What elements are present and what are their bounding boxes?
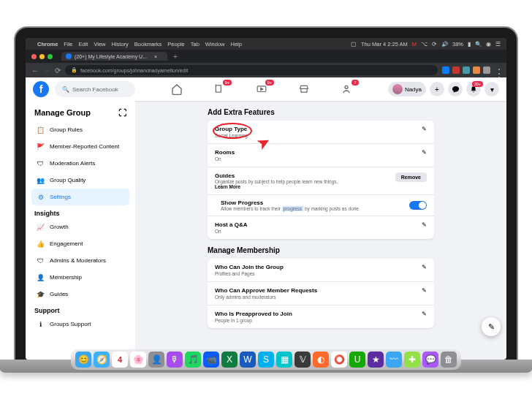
tab-close-icon[interactable]: × — [154, 54, 157, 59]
menu-history[interactable]: History — [112, 41, 129, 48]
menu-bookmarks[interactable]: Bookmarks — [134, 41, 162, 48]
dock-contacts[interactable]: 👤 — [148, 352, 164, 360]
dock-canva[interactable]: ▦ — [276, 352, 292, 360]
sidebar-item-groups-support[interactable]: ℹGroups Support — [31, 316, 129, 332]
toggle-switch[interactable] — [409, 201, 427, 210]
edit-icon[interactable]: ✎ — [422, 221, 427, 228]
sidebar-item-reported[interactable]: 🚩Member-Reported Content — [31, 138, 129, 155]
forward-button[interactable]: → — [43, 66, 50, 75]
dock-chrome[interactable]: ⭕ — [331, 352, 347, 360]
remove-button[interactable]: Remove — [395, 172, 427, 182]
dock-wave[interactable]: 〰 — [386, 352, 402, 360]
nav-marketplace[interactable] — [294, 80, 314, 98]
extension-icon[interactable] — [483, 66, 490, 74]
menu-people[interactable]: People — [167, 41, 184, 48]
menu-view[interactable]: View — [94, 41, 105, 48]
close-window[interactable] — [31, 54, 37, 59]
gmail-icon[interactable]: M — [412, 41, 417, 48]
sidebar-item-guides[interactable]: 🎓Guides — [31, 286, 129, 303]
address-bar[interactable]: 🔒 facebook.com/groups/johnandnadyamelton… — [65, 65, 438, 75]
extension-icon[interactable] — [473, 66, 480, 74]
dock-safari[interactable]: 🧭 — [94, 352, 110, 360]
siri-icon[interactable]: ◉ — [486, 41, 491, 48]
edit-icon[interactable]: ✎ — [422, 311, 427, 317]
extension-icon[interactable] — [452, 66, 460, 74]
notifications-button[interactable]: 20+ — [466, 82, 481, 96]
badge: 9+ — [223, 80, 232, 86]
sidebar-item-admins[interactable]: 🛡Admins & Moderators — [31, 252, 129, 269]
extension-icon[interactable] — [463, 66, 470, 74]
wifi-icon[interactable]: ⟳ — [432, 41, 437, 48]
browser-tab[interactable]: (20+) My Lifestyle Academy U... × — [61, 52, 167, 61]
dock-spotify[interactable]: 🎵 — [185, 352, 201, 360]
dock-excel[interactable]: X — [221, 352, 238, 360]
row-who-join[interactable]: Who Can Join the Group Profiles and Page… — [208, 259, 434, 282]
edit-fab[interactable]: ✎ — [482, 317, 501, 336]
profile-chip[interactable]: Nadya — [388, 82, 426, 96]
minimize-window[interactable] — [39, 54, 45, 59]
badge: 9+ — [265, 80, 274, 86]
dock-finder[interactable]: 😊 — [75, 352, 91, 360]
sidebar-item-quality[interactable]: 👥Group Quality — [31, 172, 129, 189]
sidebar-item-settings[interactable]: ⚙Settings — [31, 189, 129, 205]
nav-groups[interactable]: 7 — [336, 80, 357, 98]
row-group-type[interactable]: Group Type Social Learning ✎ ➤ — [208, 121, 434, 144]
row-who-approve[interactable]: Who Can Approve Member Requests Only adm… — [208, 282, 434, 305]
chrome-tab-strip: (20+) My Lifestyle Academy U... × + — [26, 50, 506, 63]
dock-calendar[interactable]: 4 — [112, 352, 128, 360]
nav-watch[interactable]: 9+ — [251, 80, 272, 98]
dock-trash[interactable]: 🗑 — [441, 352, 457, 360]
account-button[interactable]: ▾ — [484, 82, 499, 96]
nav-home[interactable] — [167, 80, 187, 98]
sidebar-item-group-rules[interactable]: 📋Group Rules — [31, 121, 129, 138]
edit-icon[interactable]: ✎ — [422, 149, 427, 156]
nav-pages[interactable]: 9+ — [209, 80, 229, 98]
sidebar-item-moderation[interactable]: 🛡Moderation Alerts — [31, 155, 129, 172]
dock-cleanmymac[interactable]: ◐ — [313, 352, 329, 360]
menu-edit[interactable]: Edit — [78, 41, 88, 48]
create-button[interactable]: + — [430, 82, 444, 96]
sidebar-item-engagement[interactable]: 👍Engagement — [31, 235, 129, 252]
dock-photos[interactable]: 🌸 — [130, 352, 146, 360]
dock-streamyard[interactable]: 𝕍 — [294, 352, 311, 360]
dock-podcasts[interactable]: 🎙 — [167, 352, 183, 360]
new-tab-button[interactable]: + — [173, 53, 178, 61]
chrome-menu-icon[interactable]: ⋮ — [493, 66, 501, 74]
sidebar-item-membership[interactable]: 👤Membership — [31, 269, 129, 286]
maximize-window[interactable] — [48, 54, 53, 59]
row-rooms[interactable]: Rooms On ✎ — [208, 144, 434, 167]
chart-icon: 📈 — [36, 222, 45, 232]
menu-window[interactable]: Window — [205, 41, 225, 48]
row-qa[interactable]: Host a Q&A On ✎ — [208, 216, 434, 239]
dock-imovie[interactable]: ★ — [368, 352, 384, 360]
spotlight-icon[interactable]: 🔍 — [475, 41, 482, 48]
dock-zoom[interactable]: 📹 — [203, 352, 219, 360]
learn-more-link[interactable]: Learn More — [215, 184, 338, 189]
menu-icon[interactable]: ☰ — [495, 41, 501, 48]
row-preapproved[interactable]: Who Is Preapproved to Join People in 1 g… — [208, 305, 434, 328]
volume-icon[interactable]: 🔊 — [441, 41, 448, 48]
dock-skype[interactable]: S — [258, 352, 274, 360]
facebook-logo[interactable]: f — [33, 81, 49, 97]
reload-button[interactable]: ⟳ — [55, 66, 61, 75]
bluetooth-icon[interactable]: ⌥ — [421, 41, 428, 48]
menu-tab[interactable]: Tab — [191, 41, 200, 48]
sidebar-item-growth[interactable]: 📈Growth — [31, 218, 129, 235]
dock-exp[interactable]: ✚ — [404, 352, 420, 360]
search-input[interactable]: 🔍 Search Facebook — [55, 81, 135, 97]
back-button[interactable]: ← — [31, 66, 39, 75]
dock-messenger[interactable]: 💬 — [422, 352, 438, 360]
menu-help[interactable]: Help — [231, 41, 242, 48]
edit-icon[interactable]: ✎ — [422, 126, 427, 132]
menubar-app[interactable]: Chrome — [37, 41, 58, 48]
edit-icon[interactable]: ✎ — [422, 287, 427, 294]
row-title: Show Progress — [221, 200, 360, 206]
dock-upwork[interactable]: U — [349, 352, 365, 360]
messenger-button[interactable] — [448, 82, 463, 96]
edit-icon[interactable]: ✎ — [422, 264, 427, 270]
menu-file[interactable]: File — [64, 41, 72, 48]
sidebar-expand-icon[interactable]: ⛶ — [118, 108, 126, 117]
extension-icon[interactable] — [442, 66, 449, 74]
airplay-icon[interactable]: ▢ — [351, 41, 357, 48]
dock-word[interactable]: W — [240, 352, 256, 360]
